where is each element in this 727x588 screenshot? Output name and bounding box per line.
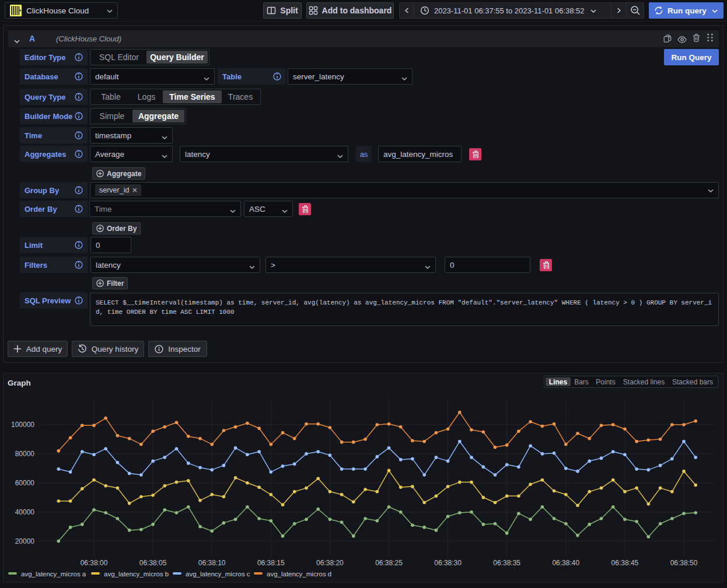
svg-text:20000: 20000 (15, 537, 35, 545)
svg-text:avg_latency_micros a: avg_latency_micros a (21, 570, 86, 578)
svg-text:80000: 80000 (15, 450, 35, 458)
svg-text:avg_latency_micros b: avg_latency_micros b (104, 570, 169, 578)
svg-text:06:38:35: 06:38:35 (493, 559, 520, 567)
svg-text:avg_latency_micros d: avg_latency_micros d (267, 570, 331, 578)
svg-text:60000: 60000 (15, 479, 35, 487)
svg-text:06:38:40: 06:38:40 (552, 559, 579, 567)
svg-text:06:38:15: 06:38:15 (257, 559, 285, 567)
svg-text:06:38:00: 06:38:00 (81, 559, 108, 567)
svg-text:06:38:50: 06:38:50 (670, 559, 698, 567)
svg-text:100000: 100000 (11, 421, 34, 429)
svg-text:06:38:45: 06:38:45 (611, 559, 639, 567)
svg-text:06:38:05: 06:38:05 (139, 559, 167, 567)
svg-text:06:38:25: 06:38:25 (375, 559, 403, 567)
svg-text:06:38:20: 06:38:20 (316, 559, 344, 567)
svg-text:06:38:30: 06:38:30 (434, 559, 462, 567)
svg-text:40000: 40000 (15, 508, 35, 516)
svg-text:06:38:10: 06:38:10 (198, 559, 226, 567)
svg-text:avg_latency_micros c: avg_latency_micros c (186, 570, 250, 578)
